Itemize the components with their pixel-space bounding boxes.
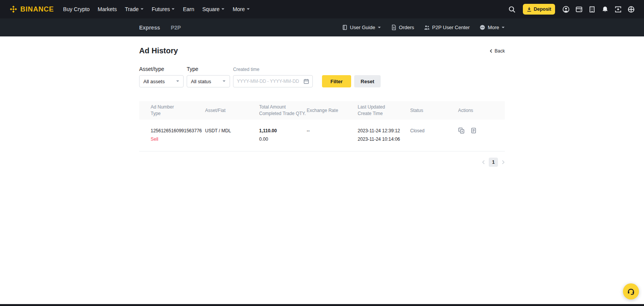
chevron-down-icon	[221, 8, 225, 10]
pagination: 1	[139, 158, 505, 167]
nav-item-more[interactable]: More	[233, 6, 250, 12]
more-link[interactable]: More	[480, 25, 505, 30]
user-guide-link[interactable]: User Guide	[342, 25, 381, 30]
app-download-icon[interactable]	[614, 6, 622, 13]
reset-button[interactable]: Reset	[354, 75, 381, 87]
col-asset-fiat: Asset/Fiat	[205, 107, 259, 114]
binance-diamond-icon	[9, 5, 18, 13]
col-total-amount: Total AmountCompleted Trade QTY.	[259, 104, 307, 117]
nav-item-markets[interactable]: Markets	[98, 6, 117, 12]
next-page-icon[interactable]	[502, 160, 505, 165]
prev-page-icon[interactable]	[482, 160, 485, 165]
tab-p2p[interactable]: P2P	[171, 25, 181, 31]
ad-number: 12561265160991563776	[151, 127, 205, 134]
deposit-download-icon	[527, 7, 532, 12]
main-menu: Buy Crypto Markets Trade Futures Earn Sq…	[63, 6, 250, 12]
orders-building-icon[interactable]	[588, 6, 596, 13]
p2p-user-center-icon	[424, 25, 430, 30]
chevron-down-icon	[501, 26, 505, 29]
table-header-row: Ad NumberType Asset/Fiat Total AmountCom…	[139, 101, 505, 120]
chevron-down-icon	[222, 80, 226, 82]
ad-history-page: Ad History Back Asset/type All assets Ty…	[139, 46, 505, 167]
chat-support-button[interactable]	[623, 283, 639, 299]
col-exchange-rate: Exchange Rate	[307, 107, 358, 114]
chevron-down-icon	[378, 26, 381, 29]
cell-ad-number-type: 12561265160991563776 Sell	[151, 127, 205, 143]
status-badge: Closed	[410, 127, 458, 134]
asset-type-select[interactable]: All assets	[139, 75, 184, 87]
date-separator: -	[267, 79, 269, 84]
binance-logo[interactable]: BINANCE	[9, 5, 54, 13]
orders-link[interactable]: Orders	[391, 25, 414, 30]
tab-express[interactable]: Express	[139, 25, 160, 31]
cell-asset-fiat: USDT / MDL	[205, 127, 259, 143]
asset-type-label: Asset/type	[139, 66, 184, 72]
date-start-input[interactable]	[237, 79, 266, 84]
user-guide-icon	[342, 25, 348, 30]
p2p-subnav: Express P2P User Guide Orders	[0, 18, 644, 36]
nav-item-earn[interactable]: Earn	[183, 6, 194, 12]
col-status: Status	[410, 107, 458, 114]
footer-strip	[0, 304, 644, 306]
bell-icon[interactable]	[601, 6, 609, 13]
type-label: Type	[187, 66, 230, 72]
filter-bar: Asset/type All assets Type All status Cr…	[139, 66, 505, 87]
wallet-icon[interactable]	[575, 6, 583, 13]
copy-ad-icon[interactable]	[458, 127, 465, 134]
p2p-user-center-link[interactable]: P2P User Center	[424, 25, 470, 30]
table-row: 12561265160991563776 Sell USDT / MDL 1,1…	[139, 120, 505, 151]
nav-item-square[interactable]: Square	[202, 6, 225, 12]
create-time: 2023-11-24 10:14:06	[358, 136, 410, 143]
chevron-down-icon	[140, 8, 144, 10]
chevron-down-icon	[246, 8, 250, 10]
last-updated-time: 2023-11-24 12:39:12	[358, 127, 410, 134]
nav-item-buy-crypto[interactable]: Buy Crypto	[63, 6, 90, 12]
chevron-down-icon	[176, 80, 179, 82]
col-actions: Actions	[458, 107, 493, 114]
chevron-down-icon	[171, 8, 175, 10]
top-navbar: BINANCE Buy Crypto Markets Trade Futures…	[0, 0, 644, 18]
total-amount: 1,110.00	[259, 127, 307, 134]
brand-wordmark: BINANCE	[20, 5, 54, 13]
ad-history-table: Ad NumberType Asset/Fiat Total AmountCom…	[139, 101, 505, 167]
cell-actions	[458, 127, 493, 143]
chat-support-icon	[627, 287, 635, 296]
more-circle-icon	[480, 25, 485, 30]
cell-total-amount: 1,110.00 0.00	[259, 127, 307, 143]
nav-item-trade[interactable]: Trade	[125, 6, 144, 12]
filter-button[interactable]: Filter	[322, 75, 351, 87]
orders-file-icon	[391, 25, 397, 30]
calendar-icon[interactable]	[304, 79, 309, 84]
deposit-button[interactable]: Deposit	[523, 4, 555, 15]
created-time-label: Created time	[233, 67, 313, 72]
completed-trade-qty: 0.00	[259, 136, 307, 143]
ad-type-sell: Sell	[151, 136, 205, 143]
globe-icon[interactable]	[628, 6, 635, 13]
col-last-updated: Last UpdatedCreate Time	[358, 104, 410, 117]
search-icon[interactable]	[508, 6, 516, 13]
nav-item-futures[interactable]: Futures	[152, 6, 175, 12]
cell-status: Closed	[410, 127, 458, 143]
status-select[interactable]: All status	[187, 75, 230, 87]
page-number[interactable]: 1	[489, 158, 498, 167]
cell-times: 2023-11-24 12:39:12 2023-11-24 10:14:06	[358, 127, 410, 143]
ad-detail-icon[interactable]	[470, 127, 477, 134]
date-end-input[interactable]	[270, 79, 299, 84]
back-button[interactable]: Back	[490, 48, 505, 54]
profile-icon[interactable]	[562, 6, 570, 13]
cell-exchange-rate: --	[307, 127, 358, 143]
page-title: Ad History	[139, 46, 178, 55]
chevron-left-icon	[490, 49, 493, 53]
col-ad-number-type: Ad NumberType	[151, 104, 205, 117]
created-time-range: -	[233, 75, 313, 87]
